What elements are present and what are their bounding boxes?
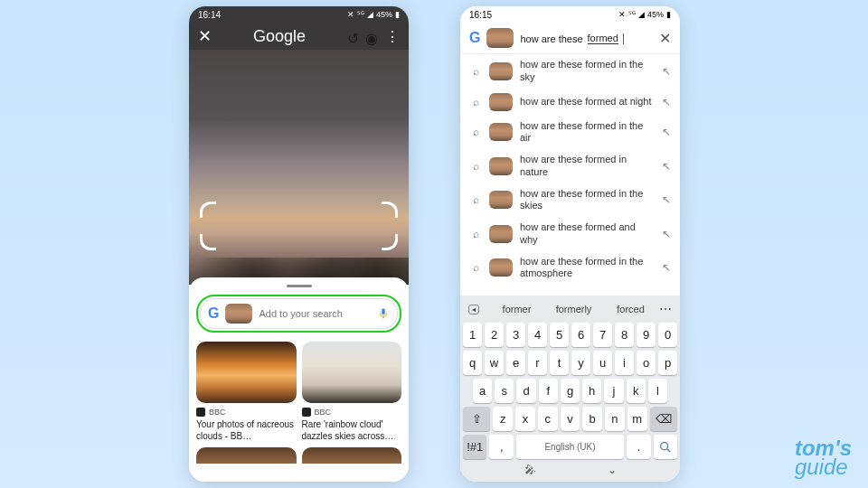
crop-handle-br[interactable] xyxy=(382,234,398,250)
backspace-key[interactable]: ⌫ xyxy=(650,407,677,431)
overflow-menu-icon[interactable]: ⋮ xyxy=(385,28,400,45)
suggestion-text: how are these formed at night xyxy=(520,96,655,108)
search-key[interactable] xyxy=(654,435,677,459)
search-suggestion[interactable]: ⌕ how are these formed in the air ↖ xyxy=(460,116,680,150)
crop-handle-bl[interactable] xyxy=(200,234,216,250)
gif-icon[interactable]: ◂ xyxy=(468,305,479,314)
symbols-key[interactable]: !#1 xyxy=(463,435,486,459)
more-icon[interactable]: ⋯ xyxy=(659,302,672,316)
keyboard-row: ⇧ zxcvbnm ⌫ xyxy=(463,405,677,433)
history-icon[interactable]: ↺ xyxy=(347,30,360,42)
result-title: Your photos of nacreous clouds - BB… xyxy=(196,418,297,442)
result-card[interactable]: BBC Your photos of nacreous clouds - BB… xyxy=(196,342,297,442)
key-z[interactable]: z xyxy=(493,407,513,431)
key-2[interactable]: 2 xyxy=(485,323,504,347)
key-q[interactable]: q xyxy=(463,351,482,375)
key-8[interactable]: 8 xyxy=(615,323,634,347)
mic-icon[interactable]: 🎤︎ xyxy=(524,464,535,476)
space-key[interactable]: English (UK) xyxy=(516,435,624,459)
clear-icon[interactable]: ✕ xyxy=(659,30,671,47)
results-bottom-sheet[interactable]: G Add to your search BBC Your photos of … xyxy=(189,277,409,482)
suggestion-text: how are these formed in the air xyxy=(520,120,655,145)
mic-icon[interactable] xyxy=(377,307,390,320)
insert-arrow-icon[interactable]: ↖ xyxy=(662,261,671,274)
image-thumbnail-chip[interactable] xyxy=(486,28,514,48)
comma-key[interactable]: , xyxy=(489,435,513,459)
shift-key[interactable]: ⇧ xyxy=(463,407,490,431)
key-0[interactable]: 0 xyxy=(658,323,677,347)
key-m[interactable]: m xyxy=(627,407,647,431)
key-p[interactable]: p xyxy=(658,351,677,375)
insert-arrow-icon[interactable]: ↖ xyxy=(662,193,671,206)
key-r[interactable]: r xyxy=(528,351,547,375)
search-input[interactable]: how are these formed xyxy=(520,33,653,44)
status-indicators: ✕ ⁵ᴳ ◢ 45% ▮ xyxy=(618,10,671,19)
key-9[interactable]: 9 xyxy=(637,323,656,347)
key-v[interactable]: v xyxy=(561,407,580,431)
period-key[interactable]: . xyxy=(627,435,650,459)
key-3[interactable]: 3 xyxy=(506,323,525,347)
search-icon: ⌕ xyxy=(469,193,482,206)
key-1[interactable]: 1 xyxy=(463,323,482,347)
key-n[interactable]: n xyxy=(605,407,625,431)
sheet-drag-handle[interactable] xyxy=(287,285,312,287)
key-a[interactable]: a xyxy=(473,379,492,403)
insert-arrow-icon[interactable]: ↖ xyxy=(662,96,671,108)
suggestion-text: how are these formed in nature xyxy=(520,154,655,179)
keyboard-suggestion[interactable]: formerly xyxy=(545,304,602,314)
key-x[interactable]: x xyxy=(515,407,535,431)
key-k[interactable]: k xyxy=(627,379,646,403)
search-icon: ⌕ xyxy=(469,65,482,78)
key-7[interactable]: 7 xyxy=(593,323,612,347)
key-o[interactable]: o xyxy=(637,351,656,375)
crop-handle-tl[interactable] xyxy=(200,202,216,218)
keyboard-suggestion[interactable]: forced xyxy=(602,304,659,314)
result-card[interactable]: BBC Rare 'rainbow cloud' dazzles skies a… xyxy=(302,342,402,442)
key-6[interactable]: 6 xyxy=(571,323,590,347)
insert-arrow-icon[interactable]: ↖ xyxy=(662,160,671,173)
lens-toolbar: ✕ Google ↺ ◉ ⋮ xyxy=(189,23,409,50)
lens-captured-image[interactable] xyxy=(189,50,409,285)
insert-arrow-icon[interactable]: ↖ xyxy=(662,65,671,78)
keyboard-suggestion[interactable]: former xyxy=(488,304,545,314)
insert-arrow-icon[interactable]: ↖ xyxy=(662,126,671,138)
add-to-search-bar[interactable]: G Add to your search xyxy=(200,298,398,329)
key-t[interactable]: t xyxy=(550,351,569,375)
crop-selection[interactable] xyxy=(202,203,396,249)
key-b[interactable]: b xyxy=(582,407,602,431)
key-d[interactable]: d xyxy=(516,379,535,403)
key-u[interactable]: u xyxy=(593,351,612,375)
source-favicon xyxy=(196,408,205,417)
insert-arrow-icon[interactable]: ↖ xyxy=(662,228,671,240)
key-g[interactable]: g xyxy=(561,379,580,403)
key-w[interactable]: w xyxy=(485,351,504,375)
key-i[interactable]: i xyxy=(615,351,634,375)
key-c[interactable]: c xyxy=(538,407,558,431)
image-thumbnail-chip xyxy=(489,93,513,111)
collapse-keyboard-icon[interactable]: ⌄ xyxy=(608,464,617,476)
crop-handle-tr[interactable] xyxy=(382,202,398,218)
search-suggestion[interactable]: ⌕ how are these formed and why ↖ xyxy=(460,217,680,251)
phone-screenshot-left: 16:14 ✕ ⁵ᴳ ◢ 45% ▮ ✕ Google ↺ ◉ ⋮ G xyxy=(189,6,409,482)
search-suggestion[interactable]: ⌕ how are these formed at night ↖ xyxy=(460,89,680,116)
search-icon: ⌕ xyxy=(469,160,482,173)
search-suggestion[interactable]: ⌕ how are these formed in the sky ↖ xyxy=(460,54,680,89)
key-e[interactable]: e xyxy=(506,351,525,375)
key-l[interactable]: l xyxy=(648,379,667,403)
key-y[interactable]: y xyxy=(571,351,590,375)
search-suggestion[interactable]: ⌕ how are these formed in nature ↖ xyxy=(460,149,680,183)
search-suggestion[interactable]: ⌕ how are these formed in the skies ↖ xyxy=(460,183,680,218)
key-5[interactable]: 5 xyxy=(550,323,569,347)
search-suggestion[interactable]: ⌕ how are these formed in the atmosphere… xyxy=(460,251,680,286)
svg-point-0 xyxy=(660,442,667,449)
search-icon: ⌕ xyxy=(469,96,482,108)
suggestion-text: how are these formed in the sky xyxy=(520,59,655,84)
close-icon[interactable]: ✕ xyxy=(198,28,212,44)
key-h[interactable]: h xyxy=(582,379,601,403)
key-s[interactable]: s xyxy=(495,379,514,403)
image-thumbnail-chip xyxy=(489,157,513,175)
key-j[interactable]: j xyxy=(604,379,623,403)
key-f[interactable]: f xyxy=(539,379,558,403)
eye-icon[interactable]: ◉ xyxy=(365,30,378,42)
key-4[interactable]: 4 xyxy=(528,323,547,347)
